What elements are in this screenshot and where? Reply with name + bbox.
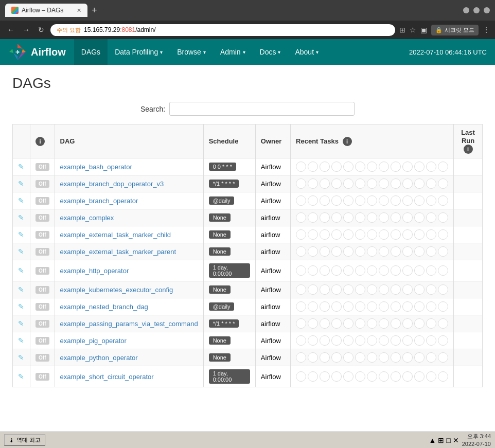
bookmark-icon[interactable]: ☆ xyxy=(410,26,416,34)
owner-cell: airflow xyxy=(255,243,290,260)
dag-link[interactable]: example_branch_dop_operator_v3 xyxy=(60,180,164,188)
close-button[interactable]: ✕ xyxy=(484,7,490,13)
forward-button[interactable]: → xyxy=(21,25,32,35)
dag-name-cell: example_kubernetes_executor_config xyxy=(55,281,203,298)
last-run-info-icon[interactable]: i xyxy=(464,145,473,154)
task-circle xyxy=(331,229,342,240)
task-circle xyxy=(438,229,448,240)
dag-link[interactable]: example_external_task_marker_child xyxy=(60,231,171,239)
toggle-button[interactable]: Off xyxy=(36,373,49,381)
airflow-logo: ✈ xyxy=(8,43,27,61)
dag-link[interactable]: example_http_operator xyxy=(60,267,129,275)
nav-item-dags[interactable]: DAGs xyxy=(74,39,108,65)
task-circle xyxy=(379,246,389,257)
edit-icon[interactable]: ✎ xyxy=(18,353,24,362)
edit-icon[interactable]: ✎ xyxy=(18,180,24,188)
navbar-brand[interactable]: ✈ Airflow xyxy=(8,43,66,61)
dag-link[interactable]: example_bash_operator xyxy=(60,163,132,171)
dag-link[interactable]: example_external_task_marker_parent xyxy=(60,248,176,256)
edit-icon[interactable]: ✎ xyxy=(18,266,24,275)
recent-tasks-cell xyxy=(291,226,454,243)
edit-icon[interactable]: ✎ xyxy=(18,336,24,345)
task-circle xyxy=(438,335,448,346)
table-row: ✎Offexample_external_task_marker_parentN… xyxy=(13,243,483,260)
edit-icon[interactable]: ✎ xyxy=(18,196,24,205)
tab-favicon xyxy=(11,7,19,14)
edit-icon[interactable]: ✎ xyxy=(18,213,24,222)
nav-item-admin[interactable]: Admin ▾ xyxy=(213,39,253,65)
edit-icon[interactable]: ✎ xyxy=(18,230,24,239)
toggle-button[interactable]: Off xyxy=(36,320,49,328)
toggle-button[interactable]: Off xyxy=(36,180,49,188)
dag-link[interactable]: example_branch_operator xyxy=(60,197,138,205)
browser-tab[interactable]: Airflow – DAGs ✕ xyxy=(5,4,87,17)
dag-link[interactable]: example_complex xyxy=(60,214,114,222)
toggle-button[interactable]: Off xyxy=(36,337,49,345)
search-input[interactable] xyxy=(169,102,355,116)
dag-link[interactable]: example_python_operator xyxy=(60,354,138,362)
reload-button[interactable]: ↻ xyxy=(36,25,46,35)
owner-cell: airflow xyxy=(255,315,290,332)
info-icon[interactable]: i xyxy=(36,137,45,146)
edit-icon[interactable]: ✎ xyxy=(18,163,24,171)
toggle-button[interactable]: Off xyxy=(36,197,49,205)
reader-view-icon[interactable]: ▣ xyxy=(420,26,427,34)
toggle-button[interactable]: Off xyxy=(36,267,49,275)
edit-cell: ✎ xyxy=(13,315,30,332)
task-circle xyxy=(426,162,436,172)
edit-icon[interactable]: ✎ xyxy=(18,302,24,311)
dag-link[interactable]: example_kubernetes_executor_config xyxy=(60,286,173,294)
task-circle xyxy=(331,265,342,276)
translate-icon[interactable]: ⊞ xyxy=(399,26,405,34)
nav-item-docs[interactable]: Docs ▾ xyxy=(253,39,288,65)
back-button[interactable]: ← xyxy=(5,25,16,35)
nav-item-data-profiling[interactable]: Data Profiling ▾ xyxy=(108,39,170,65)
toggle-button[interactable]: Off xyxy=(36,231,49,239)
task-circle xyxy=(331,284,342,295)
edit-icon[interactable]: ✎ xyxy=(18,247,24,256)
toggle-button[interactable]: Off xyxy=(36,214,49,222)
dag-link[interactable]: example_short_circuit_operator xyxy=(60,373,154,381)
recent-tasks-info-icon[interactable]: i xyxy=(343,137,352,146)
task-circles xyxy=(296,212,448,223)
url-bar[interactable]: 주의 요함 15.165.79.29:8081/admin/ xyxy=(50,24,395,36)
toggle-button[interactable]: Off xyxy=(36,286,49,294)
maximize-button[interactable]: □ xyxy=(473,7,480,13)
task-circles xyxy=(296,371,448,382)
toggle-button[interactable]: Off xyxy=(36,248,49,256)
dag-link[interactable]: example_pig_operator xyxy=(60,337,127,345)
task-circle xyxy=(320,178,330,189)
menu-icon[interactable]: ⋮ xyxy=(483,26,490,34)
secret-mode-button[interactable]: 🔒 시크릿 모드 xyxy=(431,25,479,35)
task-circle xyxy=(379,352,389,363)
new-tab-button[interactable]: + xyxy=(92,5,97,16)
dag-link[interactable]: example_passing_params_via_test_command xyxy=(60,320,198,328)
task-circle xyxy=(414,265,425,276)
dag-name-cell: example_external_task_marker_parent xyxy=(55,243,203,260)
schedule-badge: None xyxy=(209,213,231,222)
dag-name-cell: example_branch_operator xyxy=(55,192,203,209)
schedule-badge: None xyxy=(209,353,231,362)
toggle-button[interactable]: Off xyxy=(36,354,49,362)
task-circle xyxy=(296,301,306,312)
minimize-button[interactable]: — xyxy=(463,7,469,13)
toggle-button[interactable]: Off xyxy=(36,163,49,171)
recent-tasks-cell xyxy=(291,260,454,281)
nav-item-browse[interactable]: Browse ▾ xyxy=(170,39,213,65)
task-circle xyxy=(414,246,425,257)
address-bar: ← → ↻ 주의 요함 15.165.79.29:8081/admin/ ⊞ ☆… xyxy=(0,21,495,39)
nav-item-about[interactable]: About ▾ xyxy=(288,39,326,65)
task-circle xyxy=(367,162,377,172)
dag-link[interactable]: example_nested_branch_dag xyxy=(60,303,148,311)
edit-cell: ✎ xyxy=(13,243,30,260)
task-circle xyxy=(343,265,353,276)
edit-icon[interactable]: ✎ xyxy=(18,319,24,328)
dag-name-cell: example_http_operator xyxy=(55,260,203,281)
edit-icon[interactable]: ✎ xyxy=(18,372,24,381)
task-circle xyxy=(414,284,425,295)
edit-icon[interactable]: ✎ xyxy=(18,285,24,294)
tab-close-button[interactable]: ✕ xyxy=(77,7,81,14)
toggle-button[interactable]: Off xyxy=(36,303,49,311)
toggle-cell: Off xyxy=(30,366,55,387)
task-circles xyxy=(296,301,448,312)
